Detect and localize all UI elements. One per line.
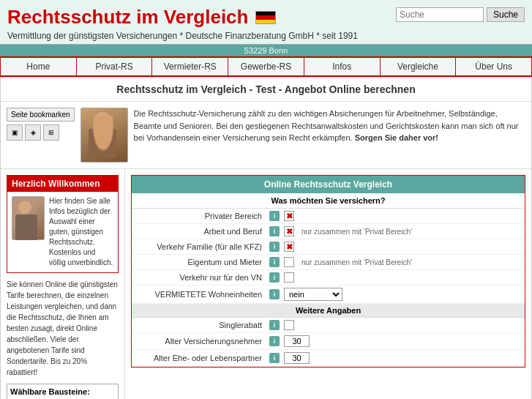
- welcome-text: Hier finden Sie alle Infos bezüglich der…: [49, 196, 113, 268]
- bookmark-section: Seite bookmarken ▣ ◈ ⊞: [7, 108, 75, 141]
- weitere-angaben-header: Weitere Angaben: [132, 304, 525, 318]
- nav-item-gewerbers[interactable]: Gewerbe-RS: [228, 58, 304, 75]
- nav-bar: HomePrivat-RSVermieter-RSGewerbe-RSInfos…: [0, 56, 532, 77]
- info-icon-3[interactable]: i: [269, 257, 280, 267]
- form-row-controls-5: inein12345: [269, 288, 342, 301]
- wahlbare-title: Wählbare Bausteine:: [10, 387, 115, 396]
- social-icon-1[interactable]: ▣: [7, 124, 23, 141]
- page-title: Rechtsschutz im Vergleich - Test - Angeb…: [1, 78, 531, 102]
- description-text: Die Rechtsschutz-Versicherung zählt zu d…: [134, 109, 519, 142]
- extra-row-controls-0: i: [269, 320, 294, 330]
- main-content: Rechtsschutz im Vergleich - Test - Angeb…: [0, 77, 532, 399]
- form-row-4: Verkehr nur für den VNi: [132, 270, 525, 286]
- bookmark-button[interactable]: Seite bookmarken: [7, 108, 75, 122]
- form-row-controls-4: i: [269, 272, 294, 283]
- form-row-controls-0: i✖: [269, 211, 294, 221]
- social-icon-3[interactable]: ⊞: [43, 124, 59, 141]
- form-note-1: nur zusammen mit 'Privat Bereich': [301, 228, 412, 236]
- header: Rechtsschutz im Vergleich Suche Vermittl…: [0, 0, 532, 45]
- form-row-1: Arbeit und Berufi✖nur zusammen mit 'Priv…: [132, 224, 525, 239]
- extra-number-2[interactable]: [284, 352, 310, 364]
- search-bar: Suche: [396, 7, 525, 22]
- body-text: Sie können Online die günstigsten Tarife…: [7, 279, 119, 378]
- nav-item-home[interactable]: Home: [0, 58, 77, 75]
- form-row-5: VERMIETETE Wohneinheiteninein12345: [132, 286, 525, 304]
- welcome-title: Herzlich Willkommen: [7, 176, 118, 192]
- search-input[interactable]: [396, 7, 484, 22]
- nav-item-privatrs[interactable]: Privat-RS: [77, 58, 153, 75]
- top-description: Die Rechtsschutz-Versicherung zählt zu d…: [134, 108, 525, 144]
- form-row-controls-1: i✖nur zusammen mit 'Privat Bereich': [269, 226, 412, 236]
- description-strong: Sorgen Sie daher vor!: [355, 133, 438, 142]
- extra-row-controls-1: i: [269, 335, 310, 347]
- extra-number-1[interactable]: [284, 335, 310, 347]
- info-icon-4[interactable]: i: [269, 272, 280, 283]
- form-row-label-3: Eigentum und Mieter: [138, 258, 269, 266]
- info-icon-1[interactable]: i: [269, 226, 280, 236]
- nav-item-infos[interactable]: Infos: [304, 58, 381, 75]
- extra-info-icon-1[interactable]: i: [269, 336, 280, 346]
- person2-image: [12, 196, 45, 240]
- checkbox-4[interactable]: [284, 272, 294, 283]
- extra-rows: SinglerabattiAlter VersicherungsnehmeriA…: [132, 318, 525, 367]
- online-form: Online Rechtsschutz Vergleich Was möchte…: [131, 175, 525, 368]
- welcome-box: Herzlich Willkommen Hier finden Sie alle…: [7, 175, 119, 273]
- form-row-controls-2: i✖: [269, 242, 294, 252]
- extra-row-0: Singlerabatti: [132, 318, 525, 333]
- form-row-label-2: Verkehr Familie (für alle KFZ): [138, 242, 269, 251]
- nav-item-beruns[interactable]: Über Uns: [456, 58, 532, 75]
- top-image-row: Seite bookmarken ▣ ◈ ⊞ Die Rechtsschutz-…: [1, 102, 531, 169]
- extra-row-2: Alter Ehe- oder Lebenspartneri: [132, 350, 525, 367]
- checkbox-1[interactable]: ✖: [284, 226, 294, 236]
- postcode-bar: 53229 Bonn: [0, 45, 532, 56]
- social-icon-2[interactable]: ◈: [25, 124, 41, 141]
- content-area: Herzlich Willkommen Hier finden Sie alle…: [1, 169, 531, 399]
- info-icon-5[interactable]: i: [269, 289, 280, 299]
- form-rows: Privater Bereichi✖Arbeit und Berufi✖nur …: [132, 209, 525, 304]
- extra-info-icon-0[interactable]: i: [269, 320, 280, 330]
- nav-item-vermieterrs[interactable]: Vermieter-RS: [152, 58, 228, 75]
- extra-row-label-2: Alter Ehe- oder Lebenspartner: [138, 354, 269, 362]
- tagline: Vermittlung der günstigsten Versicherung…: [7, 31, 525, 41]
- site-title: Rechtsschutz im Vergleich: [7, 6, 248, 29]
- form-row-2: Verkehr Familie (für alle KFZ)i✖: [132, 239, 525, 255]
- form-subtitle: Was möchten Sie versichern?: [132, 193, 525, 209]
- extra-row-label-1: Alter Versicherungsnehmer: [138, 337, 269, 346]
- wahlbare-box: Wählbare Bausteine: - Privat-Rechtsschut…: [7, 384, 119, 399]
- form-row-label-0: Privater Bereich: [138, 212, 269, 220]
- social-icons: ▣ ◈ ⊞: [7, 124, 75, 141]
- checkbox-3[interactable]: [284, 257, 294, 267]
- extra-row-1: Alter Versicherungsnehmeri: [132, 333, 525, 350]
- checkbox-0[interactable]: ✖: [284, 211, 294, 221]
- extra-checkbox-0[interactable]: [284, 320, 294, 330]
- nav-item-vergleiche[interactable]: Vergleiche: [381, 58, 457, 75]
- person-image: [80, 108, 128, 163]
- welcome-content: Hier finden Sie alle Infos bezüglich der…: [7, 192, 118, 272]
- info-icon-0[interactable]: i: [269, 211, 280, 221]
- form-note-3: nur zusammen mit 'Privat Bereich': [301, 258, 412, 266]
- form-row-3: Eigentum und Mieterinur zusammen mit 'Pr…: [132, 255, 525, 270]
- checkbox-2[interactable]: ✖: [284, 242, 294, 252]
- form-row-controls-3: inur zusammen mit 'Privat Bereich': [269, 257, 412, 267]
- search-button[interactable]: Suche: [487, 7, 525, 22]
- extra-row-controls-2: i: [269, 352, 310, 364]
- form-area: Online Rechtsschutz Vergleich Was möchte…: [125, 169, 531, 399]
- form-title: Online Rechtsschutz Vergleich: [132, 176, 525, 193]
- germany-flag-icon: [255, 11, 276, 24]
- select-5[interactable]: nein12345: [284, 288, 342, 301]
- form-row-label-5: VERMIETETE Wohneinheiten: [138, 290, 269, 299]
- info-icon-2[interactable]: i: [269, 242, 280, 252]
- form-row-label-1: Arbeit und Beruf: [138, 227, 269, 236]
- extra-row-label-0: Singlerabatt: [138, 321, 269, 329]
- left-sidebar: Herzlich Willkommen Hier finden Sie alle…: [1, 169, 125, 399]
- extra-info-icon-2[interactable]: i: [269, 353, 280, 363]
- form-row-0: Privater Bereichi✖: [132, 209, 525, 224]
- form-row-label-4: Verkehr nur für den VN: [138, 273, 269, 282]
